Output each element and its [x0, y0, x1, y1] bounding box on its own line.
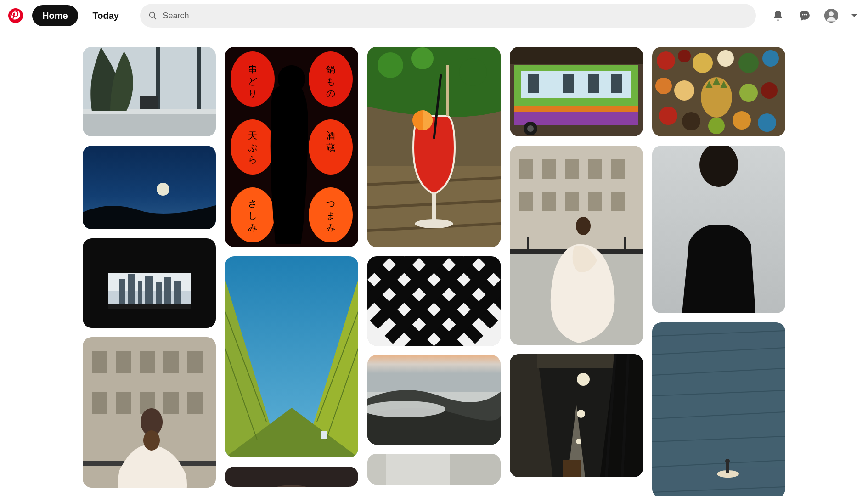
- svg-rect-98: [367, 355, 501, 392]
- pin-moon-night-sky[interactable]: [83, 146, 216, 229]
- feed-column-3: [367, 47, 501, 496]
- profile-button[interactable]: [820, 5, 842, 27]
- svg-text:酒: 酒: [326, 130, 335, 141]
- svg-rect-17: [138, 281, 142, 304]
- svg-text:し: し: [248, 210, 257, 220]
- svg-rect-141: [563, 460, 581, 477]
- svg-text:串: 串: [248, 64, 257, 74]
- pin-green-buildings-sky[interactable]: [225, 256, 358, 457]
- pin-man-back-grey-sky[interactable]: [652, 146, 785, 313]
- svg-point-11: [157, 183, 169, 196]
- svg-rect-68: [321, 431, 327, 439]
- svg-rect-125: [588, 192, 602, 211]
- pin-foggy-hills-sunset[interactable]: [367, 355, 501, 445]
- notifications-button[interactable]: [767, 5, 789, 27]
- svg-point-173: [725, 459, 730, 463]
- svg-point-132: [576, 217, 591, 235]
- svg-point-150: [762, 50, 779, 67]
- top-header: Home Today: [0, 0, 868, 31]
- svg-point-148: [717, 50, 734, 67]
- pin-dim-abstract[interactable]: [225, 467, 358, 487]
- svg-rect-15: [119, 279, 125, 304]
- svg-point-140: [576, 439, 581, 444]
- svg-point-156: [659, 107, 677, 125]
- pin-bride-building[interactable]: [83, 337, 216, 488]
- account-menu-button[interactable]: [847, 5, 862, 27]
- svg-text:の: の: [326, 88, 335, 98]
- svg-point-158: [708, 118, 725, 134]
- search-bar[interactable]: [140, 4, 756, 28]
- search-input[interactable]: [163, 11, 748, 21]
- svg-point-72: [378, 52, 403, 78]
- pin-bride-parking-lot[interactable]: [510, 146, 643, 345]
- pin-black-ceiling-grid[interactable]: [367, 256, 501, 346]
- pin-skyline-through-tunnel[interactable]: [83, 238, 216, 328]
- svg-rect-120: [588, 159, 602, 179]
- svg-rect-21: [174, 281, 181, 304]
- pinterest-logo[interactable]: [4, 4, 28, 28]
- svg-text:ら: ら: [248, 154, 257, 164]
- svg-rect-27: [163, 351, 179, 373]
- svg-rect-24: [92, 351, 107, 373]
- svg-point-138: [577, 373, 590, 386]
- nav-home-label: Home: [42, 11, 68, 21]
- svg-rect-124: [565, 192, 579, 211]
- svg-text:さ: さ: [248, 198, 257, 209]
- svg-point-152: [674, 80, 694, 101]
- feed-column-1: [83, 47, 216, 496]
- feed-column-5: [652, 47, 785, 496]
- avatar: [824, 9, 838, 23]
- svg-point-154: [739, 84, 758, 102]
- svg-rect-102: [450, 454, 501, 485]
- svg-rect-103: [367, 454, 386, 485]
- svg-point-160: [758, 113, 776, 132]
- svg-text:も: も: [326, 76, 335, 86]
- svg-rect-32: [163, 392, 179, 414]
- svg-rect-109: [563, 74, 574, 93]
- feed-column-4: [510, 47, 643, 496]
- pin-paddleboarder-ocean[interactable]: [652, 322, 785, 496]
- svg-rect-119: [565, 159, 579, 179]
- svg-rect-19: [156, 282, 162, 304]
- pin-office-plant-window[interactable]: [83, 47, 216, 136]
- svg-rect-123: [542, 192, 556, 211]
- svg-rect-105: [510, 47, 643, 64]
- pin-purple-green-bus[interactable]: [510, 47, 643, 136]
- bell-icon: [772, 10, 784, 22]
- svg-rect-25: [116, 351, 131, 373]
- svg-rect-30: [116, 392, 131, 414]
- svg-rect-28: [187, 351, 203, 373]
- pin-red-lanterns-silhouette[interactable]: 串 ど り 鍋 も の 天 ぷ ら 酒 蔵 さ し み つ: [225, 47, 358, 247]
- svg-rect-9: [140, 96, 158, 109]
- svg-rect-79: [432, 193, 436, 220]
- svg-point-146: [678, 50, 691, 62]
- svg-rect-20: [164, 277, 171, 304]
- svg-rect-126: [611, 192, 625, 211]
- svg-point-151: [655, 78, 672, 94]
- svg-rect-121: [611, 159, 625, 179]
- pin-gallery-interior[interactable]: [367, 454, 501, 485]
- svg-point-147: [693, 53, 713, 73]
- pin-industrial-corridor[interactable]: [510, 354, 643, 477]
- svg-point-74: [459, 58, 487, 86]
- svg-text:つ: つ: [326, 198, 335, 209]
- svg-rect-122: [519, 192, 533, 211]
- masonry-grid: 串 ど り 鍋 も の 天 ぷ ら 酒 蔵 さ し み つ: [83, 47, 785, 496]
- pin-red-cocktail-drink[interactable]: [367, 47, 501, 247]
- svg-point-155: [761, 82, 778, 99]
- svg-rect-8: [83, 114, 216, 136]
- svg-rect-137: [537, 354, 615, 368]
- svg-text:ま: ま: [326, 210, 335, 220]
- nav-today[interactable]: Today: [83, 5, 129, 26]
- svg-rect-22: [108, 304, 191, 309]
- svg-point-149: [738, 53, 759, 73]
- svg-rect-111: [611, 74, 622, 93]
- svg-rect-118: [542, 159, 556, 179]
- messages-button[interactable]: [794, 5, 816, 27]
- search-icon: [148, 11, 158, 20]
- feed-column-2: 串 ど り 鍋 も の 天 ぷ ら 酒 蔵 さ し み つ: [225, 47, 358, 496]
- nav-home[interactable]: Home: [32, 5, 78, 26]
- svg-rect-113: [514, 106, 638, 112]
- pin-food-flatlay[interactable]: [652, 47, 785, 136]
- svg-text:ぷ: ぷ: [248, 142, 257, 152]
